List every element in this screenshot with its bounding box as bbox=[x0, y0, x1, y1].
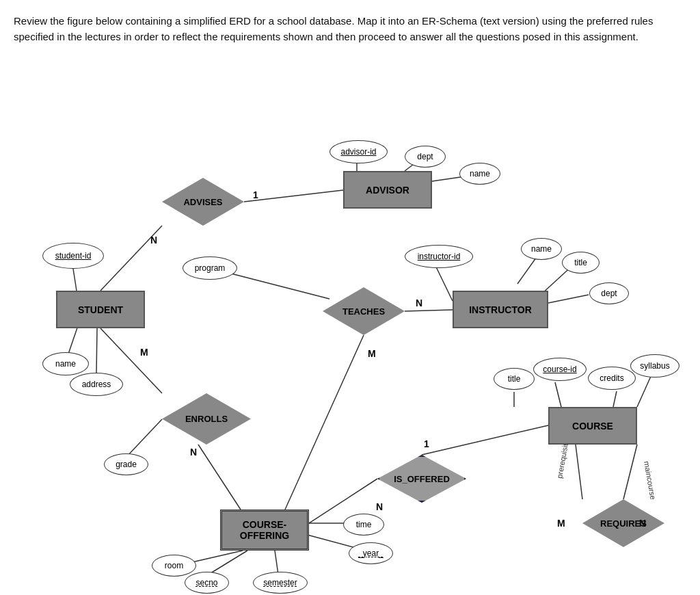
svg-text:prerequisite: prerequisite bbox=[555, 439, 570, 479]
program-attribute: program bbox=[183, 256, 237, 280]
svg-line-14 bbox=[548, 295, 589, 303]
teaches-relationship: TEACHES bbox=[323, 287, 405, 335]
cardinality-is-offered-n: N bbox=[376, 501, 383, 512]
advises-relationship: ADVISES bbox=[162, 178, 244, 226]
course-offering-entity: COURSE- OFFERING bbox=[220, 510, 309, 551]
svg-line-19 bbox=[422, 425, 548, 455]
instructor-id-attribute: instructor-id bbox=[405, 245, 473, 268]
secno-attribute: secno bbox=[185, 572, 229, 594]
svg-line-7 bbox=[96, 328, 97, 373]
instructor-entity: INSTRUCTOR bbox=[453, 291, 548, 328]
course-credits-attribute: credits bbox=[588, 367, 636, 390]
student-entity: STUDENT bbox=[56, 291, 145, 328]
svg-line-28 bbox=[275, 551, 278, 574]
svg-line-17 bbox=[126, 419, 162, 457]
intro-text: Review the figure below containing a sim… bbox=[14, 14, 686, 44]
cardinality-advises-n: N bbox=[150, 235, 157, 246]
svg-line-9 bbox=[405, 310, 453, 311]
cardinality-enrolls-n: N bbox=[190, 447, 197, 458]
student-id-attribute: student-id bbox=[42, 243, 104, 269]
course-entity: COURSE bbox=[548, 407, 637, 445]
cardinality-enrolls-m: M bbox=[140, 347, 148, 358]
svg-line-10 bbox=[285, 335, 364, 510]
advisor-id-attribute: advisor-id bbox=[329, 140, 388, 163]
cardinality-teaches-n: N bbox=[416, 298, 422, 308]
year-attribute: _year_ bbox=[349, 542, 393, 564]
svg-line-16 bbox=[198, 445, 241, 510]
requires-relationship: REQUIRES bbox=[582, 499, 664, 547]
enrolls-relationship: ENROLLS bbox=[162, 393, 251, 445]
room-attribute: room bbox=[152, 555, 196, 577]
advisor-name-attribute: name bbox=[459, 163, 500, 185]
erd-diagram: prerequisite maincourse STUDENT ADVISOR … bbox=[15, 58, 685, 578]
svg-line-24 bbox=[576, 445, 582, 499]
instructor-title-attribute: title bbox=[562, 252, 600, 274]
is-offered-relationship: IS_OFFERED bbox=[377, 455, 466, 503]
svg-line-27 bbox=[208, 551, 247, 574]
svg-line-20 bbox=[555, 382, 561, 407]
semester-attribute: semester bbox=[253, 572, 308, 594]
svg-text:maincourse: maincourse bbox=[643, 460, 658, 500]
cardinality-teaches-m: M bbox=[368, 348, 376, 359]
svg-line-5 bbox=[73, 269, 77, 291]
svg-line-25 bbox=[623, 445, 637, 499]
svg-line-3 bbox=[244, 190, 343, 202]
cardinality-requires-m: M bbox=[557, 518, 565, 529]
time-attribute: time bbox=[343, 514, 384, 536]
course-id-attribute: course-id bbox=[533, 358, 587, 381]
course-title-attribute: title bbox=[494, 368, 535, 390]
student-name-attribute: name bbox=[42, 352, 89, 375]
instructor-dept-attribute: dept bbox=[589, 282, 629, 304]
grade-attribute: grade bbox=[104, 453, 148, 475]
cardinality-advises-1: 1 bbox=[253, 189, 258, 200]
instructor-name-attribute: name bbox=[521, 238, 562, 260]
student-address-attribute: address bbox=[70, 373, 123, 396]
advisor-entity: ADVISOR bbox=[343, 171, 432, 209]
cardinality-is-offered-1: 1 bbox=[424, 438, 429, 449]
advisor-dept-attribute: dept bbox=[405, 146, 446, 168]
syllabus-attribute: syllabus bbox=[630, 354, 679, 378]
svg-line-22 bbox=[613, 391, 617, 407]
